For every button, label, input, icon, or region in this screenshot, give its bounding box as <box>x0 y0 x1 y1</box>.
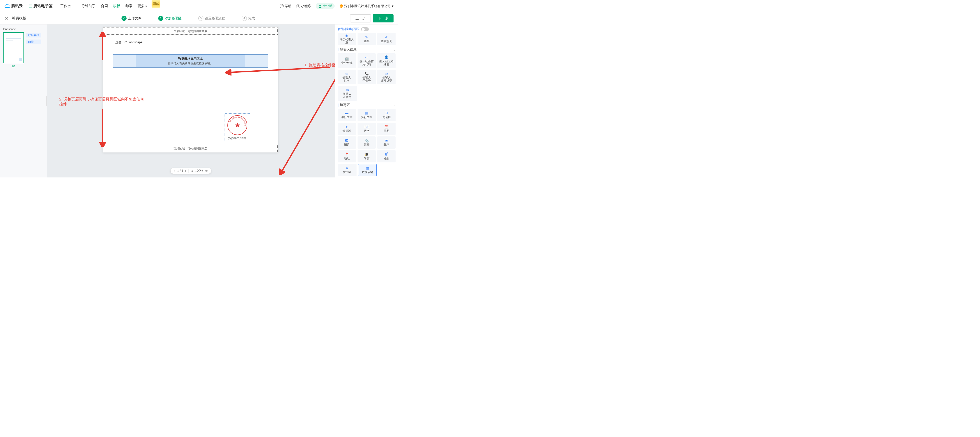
widget-checkbox[interactable]: ☑勾选框 <box>377 109 396 121</box>
miniapp-link[interactable]: ⊙ 小程序 <box>296 4 311 8</box>
step-done-icon: ✓ <box>121 16 127 21</box>
widget-number[interactable]: 123数字 <box>358 123 376 135</box>
table-zone-subtitle: 自动传入表头和内容生成数据表格。 <box>136 62 245 65</box>
miniapp-icon: ⊙ <box>296 4 300 8</box>
thumb-tag-table[interactable]: 数据表格 <box>26 33 41 38</box>
widget-image[interactable]: 🖼图片 <box>338 136 356 149</box>
calendar-icon: 📅 <box>384 125 388 129</box>
footer-zone[interactable]: 页脚区域，可拖拽调整高度 <box>103 145 278 152</box>
doc-body: 这是一个 landscape 数据表格展示区域 自动传入表头和内容生成数据表格。… <box>103 35 278 145</box>
widget-gender[interactable]: ⚥性别 <box>377 150 396 162</box>
page-indicator: 1 / 1 <box>177 169 183 173</box>
smart-add-toggle[interactable] <box>361 27 369 32</box>
chevron-down-icon: ▾ <box>145 4 147 8</box>
opinion-icon: ✐ <box>385 35 388 39</box>
nav-contract[interactable]: 合同 <box>101 4 108 8</box>
widget-opinion[interactable]: ✐签署意见 <box>377 33 396 45</box>
step-flow: 3 设置签署流程 <box>198 16 225 21</box>
pin-icon: 📍 <box>345 153 349 156</box>
chevron-down-icon: ⌄ <box>393 48 396 51</box>
widget-address[interactable]: 📍地址 <box>338 150 356 162</box>
phone-icon: 📞 <box>365 72 369 76</box>
chevron-down-icon: ⌄ <box>393 103 396 107</box>
annotation-2: 2. 调整页眉页脚，确保页眉页脚区域内不包含任何控件 <box>59 97 146 106</box>
top-nav: 腾讯云 ☱ 腾讯电子签 工作台 分销助手 合同 模板 印章 更多 ▾ 测试 ? … <box>0 0 398 12</box>
widget-email[interactable]: ✉邮箱 <box>377 136 396 149</box>
help-icon: ? <box>280 4 284 8</box>
approve-icon: ✎ <box>365 35 368 39</box>
attach-icon: 📎 <box>365 139 369 142</box>
document-page[interactable]: 页眉区域，可拖拽调整高度 这是一个 landscape 数据表格展示区域 自动传… <box>103 27 278 152</box>
brand-text-1: 腾讯云 <box>11 3 23 8</box>
table-zone-title: 数据表格展示区域 <box>136 57 245 61</box>
thumb-tag-seal[interactable]: 印章 <box>26 40 41 44</box>
widget-data-table[interactable]: ▦数据表格 <box>358 164 377 176</box>
building-icon: 🏢 <box>345 57 349 61</box>
doc-text: 这是一个 landscape <box>115 40 268 44</box>
select-icon: ▾ <box>346 125 348 129</box>
subheader: ✕ 编辑模板 ✓ 上传文件 2 添加签署区 3 设置签署流程 4 完成 上一步 … <box>0 12 398 24</box>
widget-signer-name[interactable]: ▭签署人姓名 <box>338 70 356 84</box>
nav-more[interactable]: 更多 ▾ <box>138 4 147 8</box>
widget-signer-idno[interactable]: ▭签署人证件号 <box>338 86 357 101</box>
subheader-actions: 上一步 下一步 <box>350 14 393 22</box>
nav-template[interactable]: 模板 <box>113 4 120 8</box>
zoom-out-icon[interactable]: ⊖ <box>190 169 194 173</box>
region-icon: ⚲ <box>346 166 348 170</box>
canvas: 页眉区域，可拖拽调整高度 这是一个 landscape 数据表格展示区域 自动传… <box>47 24 335 177</box>
widget-approve[interactable]: ✎签批 <box>358 33 376 45</box>
card-icon: ▭ <box>345 72 348 76</box>
text-icon: ▬ <box>345 111 348 115</box>
checkbox-icon: ☑ <box>385 111 388 115</box>
widget-selector[interactable]: ▾选择器 <box>338 123 356 135</box>
page-prev-icon[interactable]: ‹ <box>173 169 176 173</box>
number-icon: ▭ <box>346 88 349 92</box>
page-thumbnail[interactable] <box>3 32 24 63</box>
zoom-level: 100% <box>195 169 203 173</box>
thumb-page-indicator: 1/1 <box>3 65 24 68</box>
widget-text-single[interactable]: ▬单行文本 <box>338 109 356 121</box>
page-next-icon[interactable]: › <box>185 169 187 173</box>
chevron-down-icon: ▾ <box>392 4 393 8</box>
close-icon[interactable]: ✕ <box>5 16 8 21</box>
seal-placeholder[interactable]: 深圳市腾讯计算机系统有限公司 ★ yyyy年m月d月 <box>224 114 250 141</box>
thumbnail-panel: landscape 1/1 数据表格 印章 « <box>0 24 47 177</box>
help-link[interactable]: ? 帮助 <box>280 4 291 8</box>
widget-legal-seal[interactable]: ◉法定代表人章 <box>338 33 356 45</box>
zoom-in-icon[interactable]: ⊕ <box>205 169 208 173</box>
nav-distribution[interactable]: 分销助手 <box>81 4 96 8</box>
id-icon: ▭ <box>365 55 368 59</box>
widget-region[interactable]: ⚲省市区 <box>338 164 356 176</box>
section-fill-area[interactable]: 填写区⌄ <box>338 103 396 107</box>
step-upload: ✓ 上传文件 <box>121 16 142 21</box>
doc-name: landscape <box>3 27 44 31</box>
widget-signer-idtype[interactable]: ▭签署人证件类型 <box>377 70 396 84</box>
prev-button[interactable]: 上一步 <box>350 14 371 22</box>
image-icon: 🖼 <box>345 139 348 142</box>
nav-seal[interactable]: 印章 <box>125 4 132 8</box>
gender-icon: ⚥ <box>385 153 388 156</box>
widget-company-name[interactable]: 🏢企业全称 <box>338 53 356 68</box>
widget-attachment[interactable]: 📎附件 <box>358 136 376 149</box>
org-selector[interactable]: 深圳市腾讯计算机系统有限公司 ▾ <box>339 4 393 8</box>
widget-uscc[interactable]: ▭统一社会信用代码 <box>358 53 376 68</box>
nav-workspace[interactable]: 工作台 <box>60 4 71 8</box>
mail-icon: ✉ <box>385 139 388 142</box>
widget-legal-name[interactable]: 👤法人/经营者姓名 <box>377 53 396 68</box>
header-zone[interactable]: 页眉区域，可拖拽调整高度 <box>103 27 278 35</box>
tencent-cloud-logo[interactable]: 腾讯云 <box>5 3 23 8</box>
number-icon: 123 <box>364 125 369 129</box>
svg-line-5 <box>281 45 335 173</box>
ess-logo[interactable]: ☱ 腾讯电子签 <box>29 3 52 8</box>
pager: ‹ 1 / 1 › ⊖ 100% ⊕ <box>170 168 211 174</box>
edu-icon: 🎓 <box>365 153 369 156</box>
arrow-up <box>97 32 108 63</box>
widget-signer-phone[interactable]: 📞签署人手机号 <box>358 70 376 84</box>
seal-icon: ◉ <box>345 34 348 38</box>
widget-education[interactable]: 🎓学历 <box>358 150 376 162</box>
widget-date[interactable]: 📅日期 <box>377 123 396 135</box>
widget-text-multi[interactable]: ▤多行文本 <box>358 109 376 121</box>
next-button[interactable]: 下一步 <box>373 14 393 22</box>
pro-badge[interactable]: 专业版 <box>316 3 334 9</box>
section-signer-info[interactable]: 签署人信息⌄ <box>338 47 396 52</box>
